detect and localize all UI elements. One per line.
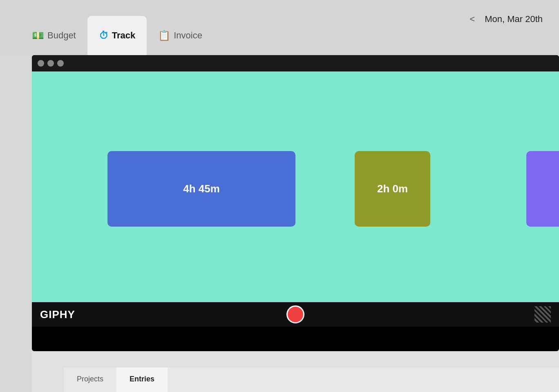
budget-icon: 💵 (32, 30, 44, 41)
time-block-olive[interactable]: 2h 0m (355, 151, 430, 227)
giphy-bar: GIPHY (32, 302, 559, 327)
bottom-tabs: Projects Entries (64, 368, 559, 392)
tab-budget-label: Budget (47, 30, 76, 41)
tab-invoice-label: Invoice (174, 30, 202, 41)
bottom-tab-projects[interactable]: Projects (64, 368, 116, 392)
tab-invoice[interactable]: 📋 Invoice (147, 16, 214, 55)
date-nav-arrow[interactable]: < (466, 12, 478, 26)
giphy-label: GIPHY (40, 308, 75, 321)
window-btn-minimize[interactable] (47, 60, 54, 67)
tab-track-label: Track (112, 30, 136, 41)
timeline-area: 4h 45m 2h 0m 6 7 8 9 10 11 12 1 2 3 (32, 71, 559, 327)
diagonal-decoration (534, 306, 551, 323)
window-titlebar (32, 55, 559, 71)
bottom-tab-entries[interactable]: Entries (116, 368, 168, 392)
time-block-blue[interactable]: 4h 45m (107, 151, 295, 227)
track-icon: ⏱ (99, 30, 109, 41)
tab-track[interactable]: ⏱ Track (87, 16, 147, 55)
tab-budget[interactable]: 💵 Budget (20, 16, 87, 55)
time-block-purple[interactable] (526, 151, 559, 227)
invoice-icon: 📋 (158, 30, 170, 41)
time-block-olive-label: 2h 0m (377, 183, 408, 195)
bottom-tab-projects-label: Projects (77, 375, 103, 383)
record-button[interactable] (286, 305, 304, 323)
bottom-tab-entries-label: Entries (130, 375, 154, 383)
date-label: Mon, Mar 20th (485, 14, 543, 24)
time-block-blue-label: 4h 45m (183, 183, 220, 195)
tab-bar: 💵 Budget ⏱ Track 📋 Invoice < Mon, Mar 20… (0, 0, 559, 55)
window-btn-close[interactable] (38, 60, 44, 67)
left-sidebar (0, 55, 32, 392)
date-nav: < Mon, Mar 20th (466, 12, 559, 26)
main-content: 4h 45m 2h 0m 6 7 8 9 10 11 12 1 2 3 (32, 55, 559, 392)
window-btn-maximize[interactable] (57, 60, 64, 67)
app-window: 4h 45m 2h 0m 6 7 8 9 10 11 12 1 2 3 (32, 55, 559, 351)
